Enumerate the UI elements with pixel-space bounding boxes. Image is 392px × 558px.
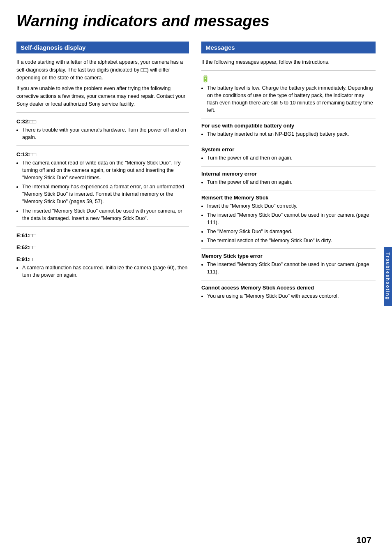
compatible-battery-list: The battery inserted is not an NP-BG1 (s…: [201, 130, 376, 138]
code-c13-list: The camera cannot read or write data on …: [16, 159, 189, 222]
cannot-access-heading: Cannot access Memory Stick Access denied: [201, 285, 376, 291]
self-diagnosis-intro2: If you are unable to solve the problem e…: [16, 85, 189, 108]
internal-memory-error-heading: Internal memory error: [201, 171, 376, 177]
list-item: There is trouble with your camera's hard…: [22, 126, 189, 141]
divider-msg-2: [201, 142, 376, 142]
internal-memory-error-list: Turn the power off and then on again.: [201, 178, 376, 186]
list-item: Turn the power off and then on again.: [207, 154, 376, 162]
list-item: Insert the "Memory Stick Duo" correctly.: [207, 202, 376, 210]
divider-msg-4: [201, 190, 376, 190]
list-item: The inserted "Memory Stick Duo" cannot b…: [207, 261, 376, 276]
divider-msg-0: [201, 70, 376, 71]
reinsert-memory-heading: Reinsert the Memory Stick: [201, 194, 376, 201]
self-diagnosis-header: Self-diagnosis display: [16, 42, 189, 53]
list-item: The battery level is low. Charge the bat…: [207, 84, 376, 114]
list-item: The internal memory has experienced a fo…: [22, 183, 189, 205]
divider-msg-1: [201, 118, 376, 118]
divider-3: [16, 226, 189, 227]
battery-low-list: The battery level is low. Charge the bat…: [201, 84, 376, 114]
reinsert-memory-list: Insert the "Memory Stick Duo" correctly.…: [201, 202, 376, 245]
list-item: The "Memory Stick Duo" is damaged.: [207, 228, 376, 235]
sidebar-troubleshooting-label: Troubleshooting: [384, 247, 392, 306]
battery-icon-area: 🔋 The battery level is low. Charge the b…: [201, 75, 376, 114]
compatible-battery-heading: For use with compatible battery only: [201, 123, 376, 129]
code-c32-heading: C:32:□□: [16, 118, 189, 125]
messages-intro: If the following messages appear, follow…: [201, 58, 376, 66]
cannot-access-list: You are using a "Memory Stick Duo" with …: [201, 292, 376, 300]
memory-type-error-list: The inserted "Memory Stick Duo" cannot b…: [201, 261, 376, 276]
messages-header: Messages: [201, 42, 376, 53]
code-e62-heading: E:62:□□: [16, 244, 189, 250]
code-e91-heading: E:91:□□: [16, 256, 189, 262]
code-e61-heading: E:61:□□: [16, 232, 189, 238]
page-title: Warning indicators and messages: [16, 12, 376, 30]
list-item: The inserted "Memory Stick Duo" cannot b…: [207, 211, 376, 226]
divider-msg-3: [201, 166, 376, 167]
list-item: The camera cannot read or write data on …: [22, 159, 189, 181]
code-c32-list: There is trouble with your camera's hard…: [16, 126, 189, 141]
page-number: 107: [356, 535, 371, 546]
divider-2: [16, 145, 189, 146]
divider-msg-6: [201, 280, 376, 280]
list-item: The battery inserted is not an NP-BG1 (s…: [207, 130, 376, 138]
list-item: A camera malfunction has occurred. Initi…: [22, 264, 189, 279]
battery-icon: 🔋: [201, 75, 376, 83]
divider-msg-5: [201, 248, 376, 249]
list-item: The inserted "Memory Stick Duo" cannot b…: [22, 207, 189, 222]
list-item: You are using a "Memory Stick Duo" with …: [207, 292, 376, 300]
system-error-heading: System error: [201, 146, 376, 153]
left-column: Self-diagnosis display If a code startin…: [16, 42, 189, 302]
divider-1: [16, 112, 189, 113]
memory-type-error-heading: Memory Stick type error: [201, 253, 376, 259]
self-diagnosis-intro: If a code starting with a letter of the …: [16, 58, 189, 81]
code-e91-list: A camera malfunction has occurred. Initi…: [16, 264, 189, 279]
list-item: Turn the power off and then on again.: [207, 178, 376, 186]
list-item: The terminal section of the "Memory Stic…: [207, 237, 376, 244]
right-column: Messages If the following messages appea…: [201, 42, 376, 302]
system-error-list: Turn the power off and then on again.: [201, 154, 376, 162]
code-c13-heading: C:13:□□: [16, 151, 189, 157]
